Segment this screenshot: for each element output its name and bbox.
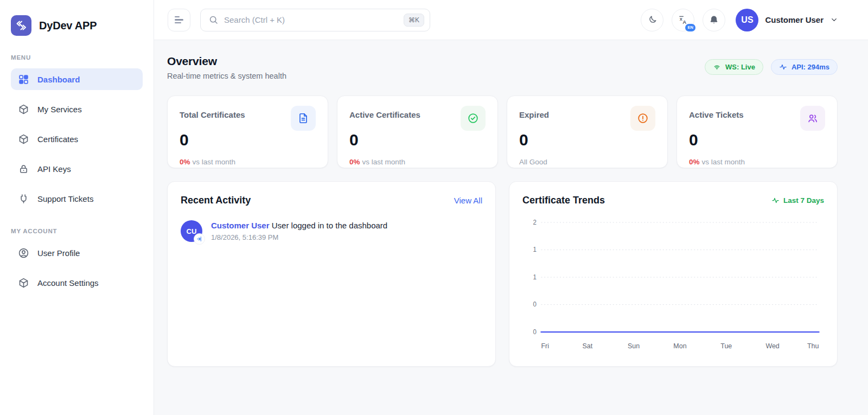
sidebar-item-api-keys[interactable]: API Keys: [11, 158, 143, 180]
svg-text:Tue: Tue: [720, 342, 732, 350]
activity-user: Customer User: [211, 221, 270, 230]
cube-icon: [17, 277, 29, 289]
stat-value: 0: [689, 132, 825, 148]
svg-text:A: A: [683, 18, 687, 24]
document-icon: [291, 106, 316, 131]
sidebar: DyDev APP MENU Dashboard My Services: [0, 0, 154, 415]
svg-text:2: 2: [533, 219, 536, 226]
plug-icon: [17, 193, 29, 205]
svg-text:1: 1: [533, 273, 536, 280]
topbar-actions: x A EN US Customer User: [641, 9, 838, 31]
user-circle-icon: [17, 247, 29, 259]
stat-note: vs last month: [193, 158, 236, 166]
stat-delta: 0%: [180, 158, 190, 166]
svg-text:Sat: Sat: [582, 342, 592, 350]
activity-timestamp: 1/8/2026, 5:16:39 PM: [211, 233, 387, 241]
cube-icon: [17, 103, 29, 115]
sidebar-item-label: API Keys: [37, 164, 71, 174]
svg-text:0: 0: [533, 301, 537, 308]
app-logo-icon: [11, 15, 31, 36]
sidebar-item-label: Support Tickets: [37, 194, 93, 203]
stat-label: Active Certificates: [349, 108, 420, 119]
ws-status-label: WS: Live: [725, 63, 755, 71]
lock-icon: [17, 163, 29, 175]
sidebar-item-user-profile[interactable]: User Profile: [11, 242, 143, 264]
ws-status-badge: WS: Live: [705, 59, 763, 75]
svg-text:Fri: Fri: [541, 342, 550, 350]
stat-footnote: All Good: [519, 158, 655, 166]
sidebar-item-label: Dashboard: [37, 75, 80, 84]
bottom-grid: Recent Activity View All CU: [167, 181, 838, 367]
moon-icon: [647, 15, 658, 25]
stat-label: Total Certificates: [180, 108, 245, 119]
svg-text:Mon: Mon: [673, 342, 686, 350]
stat-value: 0: [349, 132, 486, 148]
activity-action: User logged in to the dashboard: [272, 221, 387, 230]
search-input[interactable]: [224, 15, 398, 24]
stat-delta: 0%: [349, 158, 360, 166]
search-box[interactable]: ⌘K: [200, 9, 430, 31]
main-area: ⌘K x A EN: [154, 0, 868, 415]
page-header: Overview Real-time metrics & system heal…: [167, 55, 838, 80]
sidebar-item-dashboard[interactable]: Dashboard: [11, 68, 143, 90]
theme-toggle-button[interactable]: [641, 9, 663, 31]
status-badges: WS: Live API: 294ms: [705, 59, 838, 75]
trends-range-text: Last 7 Days: [783, 196, 824, 205]
stat-footnote: 0%vs last month: [689, 158, 825, 166]
sidebar-item-label: User Profile: [37, 248, 80, 258]
sidebar-item-certificates[interactable]: Certificates: [11, 128, 143, 150]
certificate-trends-chart: 21100FriSatSunMonTueWedThu: [522, 214, 824, 354]
stat-delta: 0%: [689, 158, 700, 166]
svg-text:Sun: Sun: [628, 342, 640, 350]
user-avatar: US: [736, 9, 758, 31]
stat-card-active-tickets: Active Tickets 0 0%vs last month: [676, 95, 838, 168]
cube-icon: [17, 133, 29, 145]
stat-label: Active Tickets: [689, 108, 744, 119]
sidebar-section-menu: MENU: [11, 54, 143, 61]
grid-icon: [17, 73, 29, 85]
menu-icon: [175, 16, 183, 24]
view-all-link[interactable]: View All: [454, 196, 482, 205]
sidebar-item-support-tickets[interactable]: Support Tickets: [11, 188, 143, 209]
topbar: ⌘K x A EN: [154, 0, 868, 40]
svg-text:Wed: Wed: [765, 342, 779, 350]
sidebar-item-label: Account Settings: [37, 278, 99, 288]
user-menu[interactable]: US Customer User: [736, 9, 838, 31]
sidebar-item-label: My Services: [37, 105, 82, 114]
check-circle-icon: [461, 106, 486, 131]
pulse-icon: [771, 196, 780, 205]
activity-item: CU Customer User User logged in to the d…: [181, 220, 482, 242]
page-title: Overview: [167, 55, 286, 68]
notifications-button[interactable]: [703, 9, 725, 31]
user-name: Customer User: [765, 15, 824, 24]
svg-text:0: 0: [533, 328, 537, 335]
stat-card-expired: Expired 0 All Good: [507, 95, 668, 168]
app-logo[interactable]: DyDev APP: [11, 13, 143, 36]
login-icon: [194, 233, 205, 245]
svg-text:Thu: Thu: [807, 342, 819, 350]
language-button[interactable]: x A EN: [672, 9, 694, 31]
stat-value: 0: [180, 132, 316, 148]
sidebar-toggle-button[interactable]: [168, 9, 190, 31]
app-title: DyDev APP: [39, 20, 97, 32]
api-status-badge: API: 294ms: [771, 59, 838, 75]
sidebar-item-my-services[interactable]: My Services: [11, 98, 143, 120]
recent-activity-card: Recent Activity View All CU: [167, 181, 496, 367]
trends-range-label: Last 7 Days: [771, 196, 824, 205]
chevron-down-icon: [830, 16, 838, 24]
stat-value: 0: [519, 132, 655, 148]
search-shortcut-badge: ⌘K: [404, 14, 424, 27]
app-root: DyDev APP MENU Dashboard My Services: [0, 0, 868, 415]
sidebar-section-my-account: MY ACCOUNT: [11, 228, 143, 234]
stat-note: vs last month: [702, 158, 745, 166]
sidebar-item-account-settings[interactable]: Account Settings: [11, 272, 143, 293]
stat-footnote: 0%vs last month: [180, 158, 316, 166]
stat-note: All Good: [519, 158, 547, 166]
api-status-label: API: 294ms: [792, 63, 829, 71]
activity-text: Customer User User logged in to the dash…: [211, 220, 387, 231]
activity-icon: [779, 63, 787, 71]
trends-title: Certificate Trends: [522, 195, 605, 206]
sidebar-item-label: Certificates: [37, 135, 78, 144]
bell-icon: [709, 15, 719, 25]
recent-activity-title: Recent Activity: [181, 195, 251, 206]
